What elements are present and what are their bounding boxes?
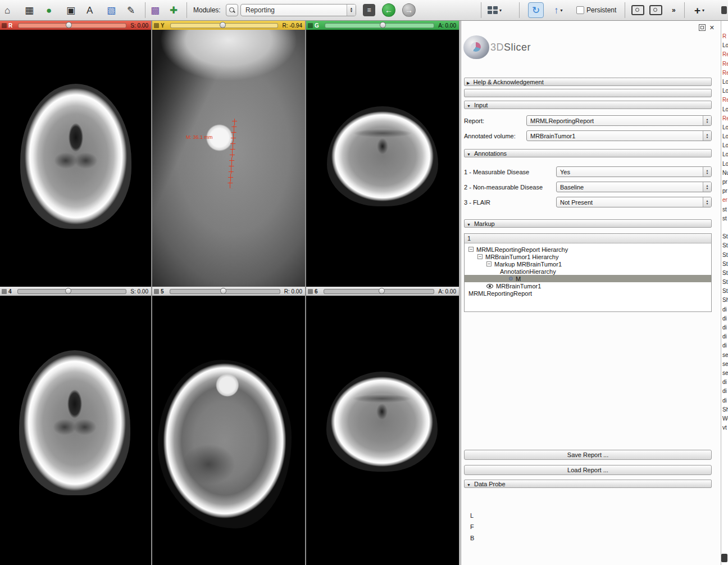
collapse-icon[interactable] [468, 247, 474, 252]
section-help[interactable]: Help & Acknowledgement [464, 78, 712, 86]
tree-row[interactable]: MRBrainTumor1 Hierarchy [465, 253, 711, 260]
toolbar-overflow-button[interactable]: » [672, 3, 676, 17]
green-slice-view[interactable] [306, 30, 459, 287]
module-forward-button[interactable]: → [402, 3, 416, 17]
undock-panel-icon[interactable] [699, 24, 706, 31]
log-fragment: Re [721, 114, 728, 123]
refresh-views-button[interactable]: ↻ [528, 2, 544, 18]
pin-icon[interactable] [308, 23, 313, 28]
slice-slider-6[interactable] [324, 289, 435, 294]
pin-icon[interactable] [2, 23, 7, 28]
capture-chart-button[interactable]: ▧ [107, 3, 116, 17]
crosshair-button[interactable]: + ▾ [694, 3, 704, 17]
measurable-disease-combobox[interactable]: Yes ▲▼ [556, 166, 712, 177]
combobox-stepper-icon[interactable]: ▲▼ [703, 116, 711, 125]
tree-item-label: AnnotationHierarchy [500, 268, 556, 275]
log-fragment: Sh [721, 405, 728, 414]
tree-row[interactable]: Markup MRBrainTumor1 [465, 260, 711, 268]
section-markup[interactable]: Markup [464, 219, 712, 228]
probe-layer-b: B [470, 535, 474, 541]
tree-row-selected[interactable]: M [465, 275, 711, 282]
tree-row[interactable]: MRMLReportingReport [465, 290, 711, 297]
slice-slider-4[interactable] [17, 289, 127, 294]
right-strip[interactable]: RLoReReReLoLoReLoReLoLoLoLoLoNuprprersts… [721, 21, 728, 565]
green-slice-slider[interactable] [325, 23, 435, 28]
window-capture-button[interactable] [631, 3, 644, 17]
combobox-stepper-icon[interactable]: ▲▼ [703, 167, 711, 177]
non-measurable-disease-combobox[interactable]: Baseline ▲▼ [556, 182, 712, 192]
slice-view-6[interactable] [306, 296, 459, 565]
log-fragment: Lo [721, 160, 728, 169]
annotated-volume-value: MRBrainTumor1 [530, 133, 575, 139]
yellow-slice-offset: R: -0.94 [282, 22, 302, 29]
tree-row[interactable]: MRBrainTumor1 [465, 282, 711, 290]
collapse-icon[interactable] [486, 261, 492, 266]
green-slice-label: G [315, 22, 319, 29]
editor-button[interactable]: ✎ [127, 3, 135, 17]
combobox-stepper-icon[interactable]: ▲▼ [703, 182, 711, 192]
save-report-button[interactable]: Save Report ... [464, 450, 712, 460]
slider-handle[interactable] [379, 288, 385, 294]
yellow-slice-controller: Y R: -0.94 [152, 21, 305, 30]
combobox-stepper-icon[interactable]: ▲▼ [347, 4, 356, 16]
slice-view-4[interactable] [0, 296, 151, 565]
compare-slice-controller-5: 5 R: 0.00 [152, 287, 305, 296]
module-combobox[interactable]: Reporting ▲▼ [240, 3, 356, 17]
module-back-button[interactable]: ← [382, 3, 395, 17]
slider-handle[interactable] [220, 22, 226, 28]
yellow-slice-view[interactable]: M: 36.1 mm [152, 30, 305, 287]
section-collapsed-empty[interactable] [464, 89, 712, 97]
yellow-slice-slider[interactable] [170, 23, 279, 28]
layout-selector-button[interactable]: ▾ [488, 3, 502, 17]
red-slice-slider[interactable] [18, 23, 126, 28]
section-annotations[interactable]: Annotations [464, 149, 712, 157]
slider-handle[interactable] [380, 22, 386, 28]
checkbox-icon [576, 6, 584, 14]
coronal-brain-image [327, 106, 438, 206]
log-fragment: Nu [721, 169, 728, 178]
console-icon[interactable] [721, 554, 727, 562]
combobox-stepper-icon[interactable]: ▲▼ [703, 197, 711, 207]
report-combobox[interactable]: MRMLReportingReport ▲▼ [526, 115, 712, 126]
module-history-button[interactable]: ≡ [363, 3, 375, 17]
pin-icon[interactable] [2, 289, 7, 294]
log-fragment: Lo [721, 87, 728, 96]
slice-slider-5[interactable] [170, 289, 280, 294]
flair-combobox[interactable]: Not Present ▲▼ [556, 197, 712, 207]
measurements-button[interactable]: A [87, 3, 93, 17]
mouse-mode-button[interactable]: ↑ ▾ [554, 3, 563, 17]
log-fragment: Lo [721, 141, 728, 150]
combobox-stepper-icon[interactable]: ▲▼ [703, 131, 711, 141]
module-panel: ✕ 3DSlicer Help & Acknowledgement Input … [461, 21, 720, 565]
scene-view-button[interactable] [649, 3, 662, 17]
tree-row[interactable]: MRMLReportingReport Hierarchy [465, 246, 711, 253]
mrml-scene-button[interactable]: ▩ [151, 3, 160, 17]
section-input[interactable]: Input [464, 101, 712, 109]
visibility-eye-icon[interactable] [486, 284, 493, 288]
extensions-manager-button[interactable]: ● [46, 3, 52, 17]
slider-handle[interactable] [220, 288, 226, 294]
slice-view-5[interactable] [152, 296, 305, 565]
module-search-button[interactable] [226, 3, 238, 17]
slider-handle[interactable] [66, 22, 72, 28]
markup-column-header[interactable]: 1 [465, 234, 711, 243]
sample-data-button[interactable]: ▣ [66, 3, 75, 17]
annotated-volume-combobox[interactable]: MRBrainTumor1 ▲▼ [526, 130, 712, 141]
load-report-button[interactable]: Load Report ... [464, 465, 712, 475]
data-module-button[interactable]: ▦ [25, 3, 34, 17]
close-panel-icon[interactable]: ✕ [709, 25, 715, 30]
save-scene-button[interactable]: ✚ [170, 3, 178, 17]
section-data-probe[interactable]: Data Probe [464, 480, 712, 488]
chevron-down-icon: ▾ [702, 8, 704, 13]
home-module-button[interactable]: ⌂ [4, 3, 10, 17]
red-slice-view[interactable] [0, 30, 151, 287]
tree-row[interactable]: AnnotationHierarchy [465, 268, 711, 275]
slider-handle[interactable] [65, 288, 71, 294]
pin-icon[interactable] [154, 289, 159, 294]
pin-icon[interactable] [308, 289, 313, 294]
collapse-icon[interactable] [477, 254, 483, 259]
save-plus-icon: ✚ [170, 6, 178, 15]
pin-icon[interactable] [154, 23, 159, 28]
clipped-toolbar-button[interactable] [721, 3, 727, 17]
persistent-checkbox[interactable] [576, 3, 584, 17]
